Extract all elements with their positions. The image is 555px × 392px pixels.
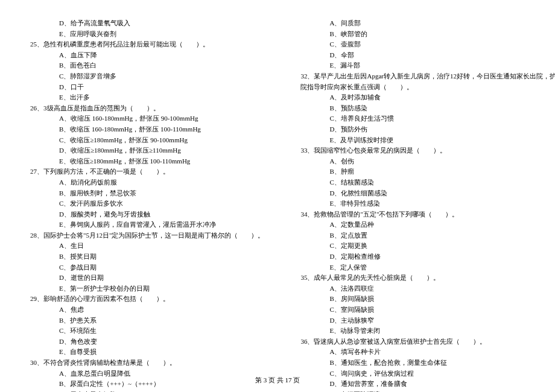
option-line: A、填写各种卡片: [300, 347, 555, 358]
option-line: E、鼻饲病人服药，应自胃管灌入，灌后需温开水冲净: [30, 220, 264, 230]
question-line: 32、某早产儿出生后因Apgar转入新生儿病房，治疗12好转，今日医生通知家长出…: [300, 71, 555, 82]
option-line: E、自尊受损: [30, 347, 264, 358]
option-line: B、定点放置: [300, 230, 555, 241]
option-line: C、培养良好生活习惯: [300, 113, 555, 124]
option-line: B、预防感染: [300, 103, 555, 114]
option-line: A、法洛四联症: [300, 283, 555, 294]
option-line: A、焦虑: [30, 305, 264, 315]
option-line: C、收缩压≥180mmHg，舒张压 90-100mmHg: [30, 135, 264, 146]
option-line: C、尿内大量自细胞: [30, 390, 264, 392]
question-line: 27、下列服药方法，不正确的一项是（ ）。: [30, 166, 264, 177]
option-line: E、漏斗部: [300, 60, 555, 71]
option-line: D、角色改变: [30, 337, 264, 347]
option-line: D、主动脉狭窄: [300, 315, 555, 326]
option-line: D、收缩压≥180mmHg，舒张压≥110mmHg: [30, 145, 264, 156]
option-line: D、服酸类时，避免与牙齿接触: [30, 209, 264, 220]
option-line: B、通知医生，配合抢救，测量生命体征: [300, 358, 555, 368]
option-line: B、服用铁剂时，禁忌饮茶: [30, 188, 264, 199]
question-line: 28、国际护士会将"5月12日"定为国际护士节，这一日期是南丁格尔的（ ）。: [30, 230, 264, 241]
option-line: E、介绍医院环境: [300, 390, 555, 392]
option-line: A、血压下降: [30, 50, 264, 61]
question-line: 30、不符合肾炎性肾病辅助检查结果是（ ）。: [30, 358, 264, 368]
option-line: A、间质部: [300, 18, 555, 29]
option-line: E、收缩压≥180mmHg，舒张压 100-110mmHg: [30, 156, 264, 167]
option-line: A、及时添加辅食: [300, 92, 555, 103]
option-line: B、房间隔缺损: [300, 294, 555, 305]
content-columns: D、给予高流量氧气吸入E、应用呼吸兴奋剂25、急性有机磷重度患者阿托品注射后最可…: [30, 18, 525, 392]
option-line: E、及早训练按时排便: [300, 135, 555, 146]
option-line: E、定人保管: [300, 262, 555, 273]
option-line: A、创伤: [300, 156, 555, 167]
question-line: 36、昏迷病人从急诊室被送入病室后值班护士首先应（ ）。: [300, 337, 555, 347]
option-line: D、化脓性细菌感染: [300, 188, 555, 199]
option-line: E、非特异性感染: [300, 198, 555, 209]
left-column: D、给予高流量氧气吸入E、应用呼吸兴奋剂25、急性有机磷重度患者阿托品注射后最可…: [30, 18, 264, 392]
option-line: A、定数量品种: [300, 220, 555, 230]
page-footer: 第 3 页 共 17 页: [0, 375, 555, 386]
option-line: E、第一所护士学校创办的日期: [30, 283, 264, 294]
option-line: A、助消化药饭前服: [30, 177, 264, 188]
question-line: 25、急性有机磷重度患者阿托品注射后最可能出现（ ）。: [30, 39, 264, 50]
option-line: C、室间隔缺损: [300, 305, 555, 315]
option-line: B、护患关系: [30, 315, 264, 326]
question-line: 26、3级高血压是指血压的范围为（ ）。: [30, 103, 264, 114]
option-line: D、逝世的日期: [30, 273, 264, 283]
option-line: C、参战日期: [30, 262, 264, 273]
option-line: B、峡部管的: [300, 29, 555, 40]
question-line: 35、成年人最常见的先天性心脏病是（ ）。: [300, 273, 555, 283]
option-line: A、生日: [30, 241, 264, 251]
option-line: C、壶腹部: [300, 39, 555, 50]
question-line: 院指导时应向家长重点强调（ ）。: [300, 82, 555, 93]
option-line: E、动脉导管未闭: [300, 326, 555, 337]
option-line: B、授奖日期: [30, 251, 264, 262]
option-line: C、肺部湿罗音增多: [30, 71, 264, 82]
option-line: E、出汗多: [30, 92, 264, 103]
option-line: D、口干: [30, 82, 264, 93]
option-line: E、应用呼吸兴奋剂: [30, 29, 264, 40]
option-line: D、预防外伤: [300, 124, 555, 135]
right-column: A、间质部B、峡部管的C、壶腹部D、伞部E、漏斗部32、某早产儿出生后因Apga…: [300, 18, 555, 392]
option-line: C、结核菌感染: [300, 177, 555, 188]
option-line: C、环境陌生: [30, 326, 264, 337]
option-line: A、收缩压 160-180mmHg，舒张压 90-100mmHg: [30, 113, 264, 124]
option-line: B、面色苍白: [30, 60, 264, 71]
question-line: 33、我国缩窄性心包炎最常见的病因是（ ）。: [300, 145, 555, 156]
option-line: C、定期更换: [300, 241, 555, 251]
option-line: B、收缩压 160-180mmHg，舒张压 100-110mmHg: [30, 124, 264, 135]
option-line: D、给予高流量氧气吸入: [30, 18, 264, 29]
option-line: D、伞部: [300, 50, 555, 61]
option-line: B、肿瘤: [300, 166, 555, 177]
option-line: C、发汗药服后多饮水: [30, 198, 264, 209]
question-line: 34、抢救物品管理的"五定"不包括下列哪项（ ）。: [300, 209, 555, 220]
question-line: 29、影响舒适的心理方面因素不包括（ ）。: [30, 294, 264, 305]
option-line: D、定期检查维修: [300, 251, 555, 262]
